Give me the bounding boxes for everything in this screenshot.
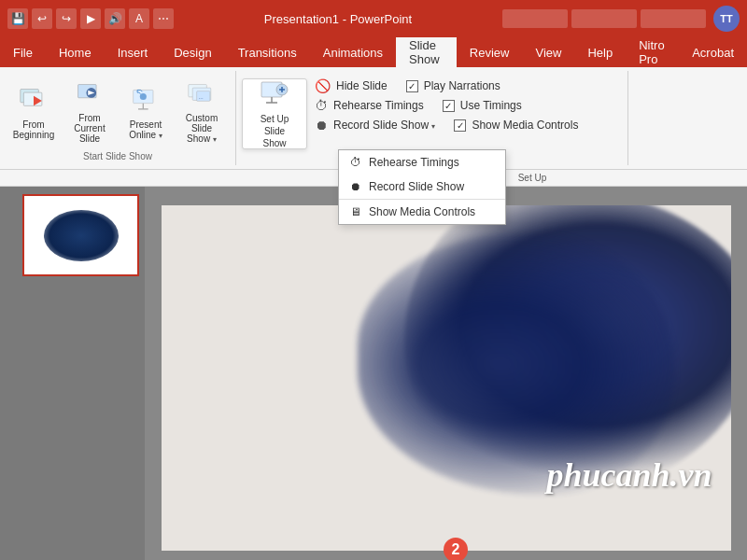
slide-panel: 1 — [0, 187, 145, 560]
show-media-checkbox[interactable] — [454, 119, 466, 132]
thumb-blob — [44, 210, 119, 261]
record-icon: ⏺ — [315, 118, 328, 133]
main-area: 1 phucanh.vn 1 2 — [0, 187, 747, 560]
from-beginning-button[interactable]: FromBeginning — [7, 78, 60, 146]
quick-access-toolbar: 💾 ↩ ↪ ▶ 🔊 A ⋯ — [7, 8, 174, 29]
user-avatar[interactable]: TT — [713, 6, 740, 32]
from-current-icon — [73, 81, 106, 111]
ribbon: FromBeginning FromCurrent Slide — [0, 67, 747, 170]
record-slideshow-row: ⏺ Record Slide Show ▾ — [315, 118, 435, 133]
custom-show-button[interactable]: ... Custom SlideShow ▾ — [176, 78, 228, 146]
present-icon[interactable]: ▶ — [80, 8, 101, 29]
badge-2: 2 — [444, 538, 468, 560]
ribbon-group-start: FromBeginning FromCurrent Slide — [0, 71, 236, 165]
svg-text:...: ... — [198, 92, 203, 99]
svg-point-7 — [140, 93, 147, 100]
record-slideshow-label[interactable]: Record Slide Show ▾ — [333, 119, 435, 132]
canvas-area[interactable]: phucanh.vn 1 2 — [145, 187, 747, 560]
undo-icon[interactable]: ↩ — [32, 8, 52, 29]
popup-media[interactable]: 🖥 Show Media Controls — [339, 200, 505, 224]
from-current-button[interactable]: FromCurrent Slide — [63, 78, 116, 146]
ribbon-group-content: FromBeginning FromCurrent Slide — [7, 75, 228, 149]
setup-popup: ⏱ Rehearse Timings ⏺ Record Slide Show 🖥… — [338, 149, 506, 225]
rehearse-popup-label: Rehearse Timings — [369, 156, 459, 169]
menu-animations[interactable]: Animations — [310, 37, 396, 67]
media-popup-icon: 🖥 — [350, 205, 361, 218]
font-icon[interactable]: A — [129, 8, 149, 29]
hide-slide-label[interactable]: Hide Slide — [336, 79, 388, 92]
rehearse-icon: ⏱ — [315, 98, 328, 113]
redo-icon[interactable]: ↪ — [56, 8, 77, 29]
svg-rect-1 — [23, 92, 42, 105]
menu-slideshow[interactable]: Slide Show — [396, 37, 457, 67]
play-narrations-row: Play Narrations — [406, 79, 500, 92]
rehearse-timings-label[interactable]: Rehearse Timings — [333, 99, 424, 112]
menu-acrobat[interactable]: Acrobat — [679, 37, 747, 67]
hide-slide-icon: 🚫 — [315, 78, 331, 93]
menu-file[interactable]: File — [0, 37, 46, 67]
title-bar: 💾 ↩ ↪ ▶ 🔊 A ⋯ Presentation1 - PowerPoint… — [0, 0, 747, 37]
slide-canvas: phucanh.vn — [162, 205, 731, 551]
slide-thumbnail[interactable] — [22, 194, 139, 276]
use-timings-checkbox[interactable] — [443, 100, 455, 112]
menu-home[interactable]: Home — [46, 37, 105, 67]
rehearse-popup-icon: ⏱ — [350, 156, 361, 169]
use-timings-row: Use Timings — [443, 99, 522, 112]
custom-show-icon: ... — [185, 81, 218, 111]
menu-help[interactable]: Help — [574, 37, 626, 67]
present-online-button[interactable]: PresentOnline ▾ — [120, 78, 172, 146]
record-popup-icon: ⏺ — [350, 180, 361, 193]
more-icon[interactable]: ⋯ — [153, 8, 174, 29]
menu-insert[interactable]: Insert — [105, 37, 162, 67]
setup-icon — [260, 78, 289, 110]
present-online-label: PresentOnline ▾ — [129, 119, 162, 140]
setup-btn-label: Set UpSlide Show — [252, 113, 297, 149]
app-title: Presentation1 - PowerPoint — [179, 12, 497, 26]
window-controls: TT — [502, 6, 740, 32]
slide-main-text: phucanh.vn — [546, 455, 712, 495]
popup-rehearse[interactable]: ⏱ Rehearse Timings — [339, 150, 505, 175]
from-current-label: FromCurrent Slide — [66, 113, 113, 144]
menu-review[interactable]: Review — [457, 37, 523, 67]
menu-nitro[interactable]: Nitro Pro — [626, 37, 679, 67]
from-beginning-label: FromBeginning — [13, 119, 54, 140]
show-media-label[interactable]: Show Media Controls — [472, 119, 578, 132]
menu-design[interactable]: Design — [161, 37, 224, 67]
play-narrations-label[interactable]: Play Narrations — [424, 79, 500, 92]
menu-transitions[interactable]: Transitions — [225, 37, 310, 67]
from-beginning-icon — [17, 84, 50, 118]
record-popup-label: Record Slide Show — [369, 180, 464, 193]
custom-show-label: Custom SlideShow ▾ — [178, 113, 225, 144]
show-media-row: Show Media Controls — [454, 119, 578, 132]
use-timings-label[interactable]: Use Timings — [460, 99, 522, 112]
popup-record[interactable]: ⏺ Record Slide Show — [339, 175, 505, 199]
volume-icon[interactable]: 🔊 — [105, 8, 125, 29]
menu-view[interactable]: View — [522, 37, 574, 67]
menu-bar: File Home Insert Design Transitions Anim… — [0, 37, 747, 67]
save-icon[interactable]: 💾 — [7, 8, 28, 29]
present-online-icon — [129, 84, 162, 118]
setup-slideshow-button[interactable]: Set UpSlide Show — [242, 78, 307, 149]
play-narrations-checkbox[interactable] — [406, 80, 418, 92]
start-group-label: Start Slide Show — [83, 149, 152, 161]
media-popup-label: Show Media Controls — [369, 205, 475, 218]
hide-slide-row: 🚫 Hide Slide — [315, 78, 388, 93]
rehearse-timings-row: ⏱ Rehearse Timings — [315, 98, 424, 113]
